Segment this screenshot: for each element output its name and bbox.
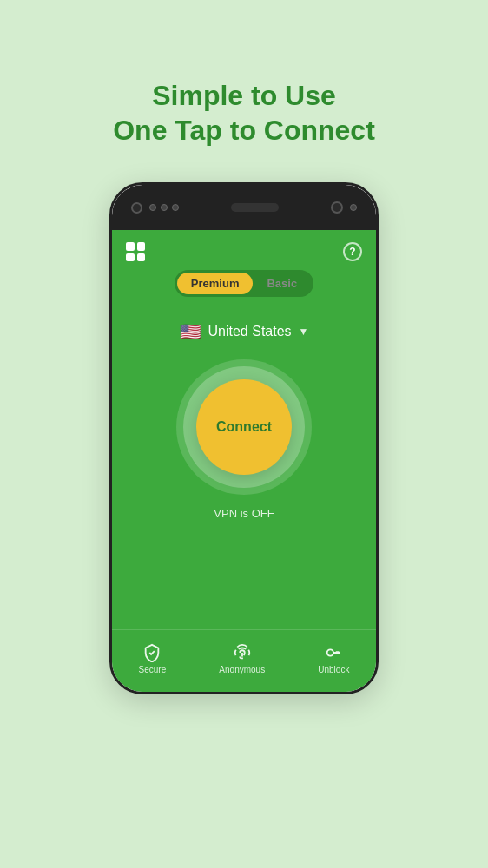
dot2 — [161, 204, 168, 211]
chevron-down-icon: ▼ — [299, 326, 309, 338]
phone-screen: ? Premium Basic 🇺🇸 United States ▼ Conne… — [112, 230, 376, 692]
screen-header: ? — [112, 230, 376, 266]
nav-item-unblock[interactable]: Unblock — [318, 643, 349, 674]
svg-point-0 — [327, 649, 333, 655]
nav-item-anonymous[interactable]: Anonymous — [219, 643, 265, 674]
premium-tab[interactable]: Premium — [177, 273, 254, 294]
bottom-nav: Secure Anonymous — [112, 629, 376, 692]
nav-unblock-label: Unblock — [318, 665, 349, 674]
dot1 — [149, 204, 156, 211]
camera-right — [331, 201, 357, 214]
nav-item-secure[interactable]: Secure — [139, 643, 167, 674]
nav-secure-label: Secure — [139, 665, 167, 674]
camera-left — [131, 202, 179, 214]
dot4 — [350, 204, 357, 211]
connect-button-outer: Connect — [183, 366, 305, 488]
hero-line2: One Tap to Connect — [113, 113, 375, 148]
menu-grid-icon[interactable] — [126, 242, 145, 261]
dot-group — [149, 204, 179, 211]
hero-title: Simple to Use One Tap to Connect — [113, 78, 375, 148]
speaker-notch — [231, 203, 279, 212]
country-flag: 🇺🇸 — [180, 321, 201, 342]
phone-outer: ? Premium Basic 🇺🇸 United States ▼ Conne… — [109, 182, 379, 694]
fingerprint-icon — [233, 643, 252, 662]
hero-line1: Simple to Use — [113, 78, 375, 113]
country-selector[interactable]: 🇺🇸 United States ▼ — [180, 321, 309, 342]
phone-topbar — [112, 185, 376, 230]
vpn-status-text: VPN is OFF — [214, 507, 274, 520]
check-shield-icon — [142, 643, 162, 662]
rear-sensor-icon — [331, 201, 343, 214]
plan-toggle[interactable]: Premium Basic — [175, 270, 313, 297]
nav-anonymous-label: Anonymous — [219, 665, 265, 674]
dot3 — [172, 204, 179, 211]
basic-tab[interactable]: Basic — [253, 273, 311, 294]
key-icon — [324, 643, 343, 662]
connect-button[interactable]: Connect — [196, 379, 292, 475]
country-name: United States — [208, 324, 292, 339]
front-camera-icon — [131, 202, 142, 214]
help-button[interactable]: ? — [343, 242, 362, 261]
phone-mockup: ? Premium Basic 🇺🇸 United States ▼ Conne… — [109, 182, 379, 694]
